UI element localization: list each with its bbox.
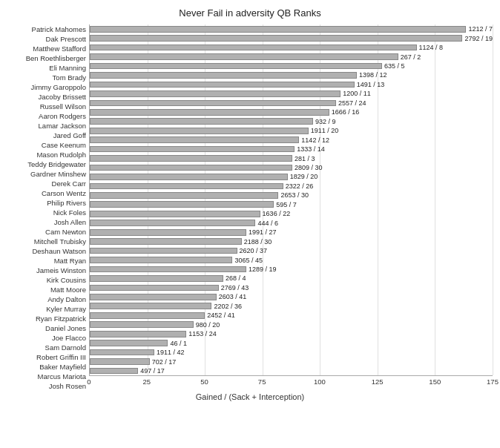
y-label: Patrick Mahomes <box>7 24 86 34</box>
y-label: Joe Flacco <box>7 333 86 343</box>
bar <box>90 155 292 162</box>
bar-row: 2769 / 43 <box>90 283 493 292</box>
bar <box>90 63 382 70</box>
bar-row: 2603 / 41 <box>90 292 493 301</box>
bar <box>90 321 194 328</box>
bar <box>90 183 283 190</box>
bar <box>90 285 219 291</box>
bar-value-label: 267 / 2 <box>401 53 421 61</box>
x-tick: 25 <box>142 378 151 386</box>
bar <box>90 26 466 33</box>
x-tick: 100 <box>314 378 326 386</box>
x-tick: 125 <box>372 378 384 386</box>
bar-value-label: 2769 / 43 <box>221 284 249 291</box>
bar-row: 980 / 20 <box>90 320 493 329</box>
y-label: Mason Rudolph <box>7 150 86 159</box>
bar-row: 1289 / 19 <box>90 265 493 274</box>
y-label: Philip Rivers <box>7 198 86 208</box>
bar <box>90 174 288 180</box>
bar-value-label: 1491 / 13 <box>357 81 385 88</box>
bar <box>90 229 246 236</box>
y-label: Tom Brady <box>7 73 86 82</box>
bar-value-label: 46 / 1 <box>170 340 187 347</box>
bar-row: 2557 / 24 <box>90 99 493 108</box>
bars-area: 1212 / 72792 / 191124 / 8267 / 2635 / 51… <box>89 24 493 376</box>
bar <box>90 275 223 282</box>
bar-row: 1829 / 20 <box>90 172 493 181</box>
bar <box>90 128 309 134</box>
y-label: Ryan Fitzpatrick <box>7 314 86 323</box>
bar-value-label: 2322 / 26 <box>286 182 314 190</box>
y-label: Gardner Minshew <box>7 169 86 179</box>
y-label: Derek Carr <box>7 179 86 188</box>
y-label: Andy Dalton <box>7 294 86 304</box>
bar-row: 1212 / 7 <box>90 24 493 33</box>
bar-value-label: 2557 / 24 <box>338 99 366 107</box>
y-label: Marcus Mariota <box>7 372 86 381</box>
bar <box>90 201 274 208</box>
bar <box>90 266 246 273</box>
x-tick: 50 <box>200 378 208 386</box>
bar <box>90 331 186 337</box>
y-labels: Patrick MahomesDak PrescottMatthew Staff… <box>7 24 89 391</box>
bar <box>90 146 295 153</box>
y-label: Ben Roethlisberger <box>7 53 86 63</box>
bar <box>90 294 217 300</box>
bar-value-label: 702 / 17 <box>152 358 177 366</box>
bar-value-label: 1911 / 42 <box>157 349 185 356</box>
y-label: Josh Allen <box>7 217 86 227</box>
bar <box>90 109 329 116</box>
y-label: Sam Darnold <box>7 343 86 352</box>
bar-value-label: 1333 / 14 <box>297 145 325 153</box>
y-label: Carson Wentz <box>7 188 86 198</box>
bar-row: 2452 / 41 <box>90 311 493 320</box>
bar-value-label: 1398 / 12 <box>359 71 387 79</box>
y-label: Case Keenum <box>7 140 86 150</box>
bar-value-label: 268 / 4 <box>226 274 246 282</box>
bar-row: 2809 / 30 <box>90 163 493 172</box>
bar-row: 1142 / 12 <box>90 135 493 144</box>
bar-value-label: 1124 / 8 <box>419 44 444 51</box>
bar <box>90 53 398 60</box>
y-label: Aaron Rodgers <box>7 111 86 121</box>
bar <box>90 368 138 375</box>
bar-row: 702 / 17 <box>90 357 493 366</box>
y-label: Kyler Murray <box>7 304 86 314</box>
x-tick: 0 <box>87 378 91 386</box>
bar-row: 2792 / 19 <box>90 33 493 42</box>
bar-row: 1200 / 11 <box>90 89 493 98</box>
x-tick: 175 <box>487 378 499 386</box>
x-tick: 150 <box>429 378 441 386</box>
bar-row: 2202 / 36 <box>90 302 493 311</box>
bar-row: 3065 / 45 <box>90 255 493 264</box>
bar-row: 635 / 5 <box>90 62 493 70</box>
bar-value-label: 2653 / 30 <box>280 191 309 199</box>
bar <box>90 45 417 51</box>
bar <box>90 349 154 356</box>
bar-value-label: 1153 / 24 <box>188 330 217 337</box>
bar <box>90 220 255 226</box>
y-label: Eli Manning <box>7 63 86 73</box>
y-label: Cam Newton <box>7 227 86 237</box>
y-label: Jacoby Brissett <box>7 92 86 102</box>
bar-row: 1636 / 22 <box>90 209 493 218</box>
y-label: Kirk Cousins <box>7 275 86 285</box>
y-label: Daniel Jones <box>7 323 86 333</box>
bar <box>90 82 355 88</box>
chart-container: Never Fail in adversity QB Ranks Patrick… <box>0 0 500 448</box>
bar-row: 281 / 3 <box>90 154 493 162</box>
bar-row: 932 / 9 <box>90 117 493 126</box>
y-label: Matthew Stafford <box>7 44 86 53</box>
bar-value-label: 281 / 3 <box>295 155 315 162</box>
bar-row: 1333 / 14 <box>90 145 493 154</box>
x-axis-label: Gained / (Sack + Interception) <box>7 392 493 401</box>
bar-value-label: 1200 / 11 <box>343 90 371 97</box>
bar-value-label: 635 / 5 <box>384 62 405 70</box>
bar-value-label: 932 / 9 <box>315 118 336 125</box>
bar-row: 1398 / 12 <box>90 70 493 79</box>
chart-title: Never Fail in adversity QB Ranks <box>7 7 493 19</box>
bar <box>90 118 313 125</box>
y-label: Jameis Winston <box>7 266 86 275</box>
bar-row: 1911 / 20 <box>90 126 493 135</box>
bar <box>90 136 299 143</box>
